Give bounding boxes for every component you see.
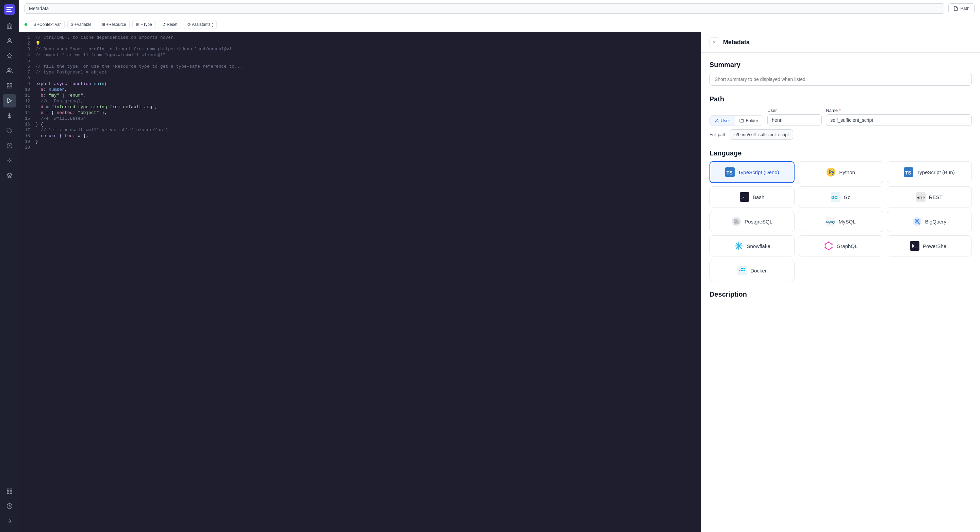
reset-button[interactable]: ↺ Reset [159, 20, 181, 29]
code-line-3: 3 // Deno uses "npm:" prefix to import f… [19, 46, 701, 52]
postgresql-label: PostgreSQL [745, 219, 772, 224]
bigquery-icon [912, 217, 922, 226]
panel-close-button[interactable]: × [710, 37, 719, 47]
path-title: Path [710, 95, 972, 103]
bash-label: Bash [753, 194, 764, 200]
code-line-14: 14 e = { nested: "object" }, [19, 110, 701, 116]
typescript-deno-label: TypeScript (Deno) [738, 169, 779, 175]
rest-label: REST [929, 194, 943, 200]
code-line-12: 12 //c: Postgresql, [19, 98, 701, 104]
lang-go[interactable]: GO Go [798, 186, 883, 208]
svg-rect-17 [10, 492, 12, 494]
variable-label: $ +Variable [71, 22, 92, 27]
path-button[interactable]: Path [948, 3, 975, 13]
code-line-10: 10 a: number, [19, 87, 701, 92]
language-title: Language [710, 149, 972, 157]
powershell-label: PowerShell [923, 243, 949, 249]
code-line-5: 5 [19, 58, 701, 64]
sidebar-item-extensions[interactable] [3, 169, 16, 182]
svg-rect-6 [10, 86, 12, 88]
lang-python[interactable]: Py Python [798, 161, 883, 183]
sidebar-item-runs[interactable] [3, 94, 16, 108]
go-label: Go [843, 194, 850, 200]
sidebar-item-dashboard[interactable] [3, 79, 16, 92]
code-editor[interactable]: 1 // Ctrl/CMD+. to cache dependencies on… [19, 32, 701, 532]
snowflake-label: Snowflake [747, 243, 770, 249]
editor-area: 1 // Ctrl/CMD+. to cache dependencies on… [19, 32, 980, 532]
path-name-input[interactable] [826, 114, 972, 126]
svg-rect-16 [10, 489, 12, 491]
summary-title: Summary [710, 61, 972, 69]
graphql-label: GraphQL [837, 243, 858, 249]
sidebar-item-favorites[interactable] [3, 49, 16, 63]
lang-rest[interactable]: HTTP REST [887, 186, 972, 208]
snowflake-icon [734, 241, 743, 251]
path-toggle: User Folder [710, 115, 763, 126]
user-toggle-label: User [721, 118, 730, 123]
code-line-11: 11 b: "my" | "enum", [19, 92, 701, 98]
path-button-label: Path [960, 6, 969, 11]
bigquery-label: BigQuery [925, 219, 947, 224]
sidebar-item-grid[interactable] [3, 484, 16, 498]
lang-typescript-bun[interactable]: TS TypeScript (Bun) [887, 161, 972, 183]
folder-icon [740, 118, 744, 123]
svg-text:GO: GO [831, 195, 838, 200]
sidebar-item-user[interactable] [3, 34, 16, 48]
svg-rect-7 [7, 86, 9, 88]
svg-rect-4 [7, 83, 9, 85]
code-line-2: 2 💡 [19, 40, 701, 46]
name-col-header: Name * [826, 108, 972, 113]
svg-point-53 [824, 243, 826, 245]
fullpath-row: Full path u/henri/self_sufficient_script [710, 129, 972, 140]
lang-typescript-deno[interactable]: TS TypeScript (Deno) [710, 161, 795, 183]
type-label: ⊞ +Type [136, 22, 152, 27]
code-line-15: 15 //e: wmill.Base64 [19, 116, 701, 121]
lang-powershell[interactable]: PowerShell [887, 235, 972, 256]
sidebar-item-forward[interactable] [3, 514, 16, 528]
code-line-17: 17 // let x = await wmill.getVariable('u… [19, 127, 701, 133]
path-user-input[interactable] [767, 114, 822, 126]
panel-title: Metadata [723, 39, 749, 46]
sidebar-item-team[interactable] [3, 64, 16, 78]
reset-label: ↺ Reset [162, 22, 178, 27]
variable-button[interactable]: $ +Variable [67, 20, 95, 29]
svg-text:🐘: 🐘 [733, 218, 740, 225]
path-folder-btn[interactable]: Folder [735, 116, 763, 125]
lang-bigquery[interactable]: BigQuery [887, 211, 972, 232]
sidebar [0, 0, 19, 532]
svg-rect-61 [741, 268, 743, 269]
sidebar-item-history[interactable] [3, 499, 16, 513]
resource-button[interactable]: ⊞ +Resource [98, 20, 130, 29]
svg-marker-47 [825, 242, 832, 250]
lang-postgresql[interactable]: 🐘 PostgreSQL [710, 211, 795, 232]
docker-icon [737, 266, 747, 275]
svg-point-51 [828, 249, 829, 250]
lang-graphql[interactable]: GraphQL [798, 235, 883, 256]
code-line-6: 6 // fill the type, or use the +Resource… [19, 64, 701, 69]
lang-snowflake[interactable]: Snowflake [710, 235, 795, 256]
summary-section: Summary [710, 61, 972, 86]
assistants-button[interactable]: ⟳ Assistants ( [184, 20, 217, 29]
sidebar-logo[interactable] [4, 4, 15, 15]
sidebar-item-billing[interactable] [3, 109, 16, 122]
mysql-label: MySQL [838, 219, 856, 224]
script-title-input[interactable] [24, 3, 944, 14]
sidebar-item-integrations[interactable] [3, 124, 16, 137]
context-var-button[interactable]: $ +Context Var [30, 20, 65, 29]
type-button[interactable]: ⊞ +Type [132, 20, 156, 29]
lang-docker[interactable]: Docker [710, 260, 795, 281]
svg-text:Py: Py [829, 169, 834, 175]
sidebar-item-home[interactable] [3, 19, 16, 33]
code-line-19: 19 } [19, 139, 701, 145]
code-line-13: 13 d = "inferred type string from defaul… [19, 104, 701, 110]
typescript-bun-label: TypeScript (Bun) [917, 169, 955, 175]
summary-input[interactable] [710, 73, 972, 86]
svg-text:MySQL: MySQL [826, 221, 835, 224]
sidebar-item-settings[interactable] [3, 154, 16, 167]
lang-bash[interactable]: >_ Bash [710, 186, 795, 208]
sidebar-item-analytics[interactable] [3, 139, 16, 152]
lang-mysql[interactable]: MySQL MySQL [798, 211, 883, 232]
svg-rect-59 [741, 270, 743, 271]
svg-point-49 [831, 243, 833, 245]
path-user-btn[interactable]: User [710, 116, 735, 125]
